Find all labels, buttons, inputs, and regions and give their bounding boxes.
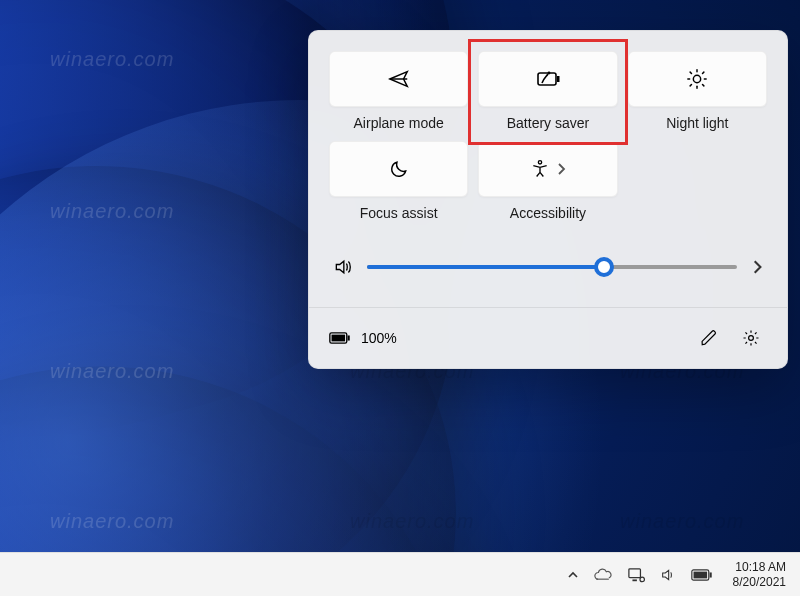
tile-accessibility: Accessibility: [478, 141, 617, 221]
accessibility-icon: [530, 159, 550, 179]
volume-row: [309, 229, 787, 307]
slider-thumb[interactable]: [594, 257, 614, 277]
pencil-icon: [700, 329, 718, 347]
svg-point-3: [694, 75, 701, 82]
battery-icon[interactable]: [329, 331, 351, 345]
night-light-button[interactable]: [628, 51, 767, 107]
tile-night-light: Night light: [628, 51, 767, 131]
taskbar-date: 8/20/2021: [733, 575, 786, 590]
svg-rect-18: [632, 579, 636, 581]
tile-label: Focus assist: [360, 205, 438, 221]
battery-saver-button[interactable]: [478, 51, 617, 107]
svg-rect-22: [709, 572, 711, 577]
svg-rect-1: [557, 76, 560, 82]
tile-label: Battery saver: [507, 115, 589, 131]
gear-icon: [742, 329, 760, 347]
svg-line-8: [690, 72, 691, 73]
edit-button[interactable]: [693, 322, 725, 354]
battery-percent-text: 100%: [361, 330, 397, 346]
taskbar-clock[interactable]: 10:18 AM 8/20/2021: [733, 560, 786, 590]
airplane-icon: [388, 68, 410, 90]
svg-point-19: [640, 577, 644, 581]
onedrive-icon[interactable]: [593, 568, 613, 582]
svg-line-11: [703, 72, 704, 73]
tile-label: Airplane mode: [354, 115, 444, 131]
svg-line-10: [690, 85, 691, 86]
svg-rect-17: [628, 568, 640, 577]
airplane-mode-button[interactable]: [329, 51, 468, 107]
chevron-right-icon[interactable]: [751, 259, 763, 275]
tile-focus-assist: Focus assist: [329, 141, 468, 221]
svg-point-16: [749, 336, 754, 341]
svg-line-9: [703, 85, 704, 86]
quick-settings-grid: Airplane mode Battery saver: [309, 31, 787, 229]
quick-settings-footer: 100%: [309, 307, 787, 368]
svg-point-2: [548, 72, 551, 75]
accessibility-button[interactable]: [478, 141, 617, 197]
focus-assist-button[interactable]: [329, 141, 468, 197]
tray-overflow-button[interactable]: [567, 569, 579, 581]
battery-saver-icon: [535, 70, 561, 88]
settings-button[interactable]: [735, 322, 767, 354]
tile-label: Night light: [666, 115, 728, 131]
system-tray: [567, 567, 713, 583]
night-light-icon: [686, 68, 708, 90]
quick-settings-panel: Airplane mode Battery saver: [308, 30, 788, 369]
moon-icon: [389, 159, 409, 179]
svg-rect-21: [693, 571, 707, 578]
speaker-icon[interactable]: [333, 257, 353, 277]
taskbar: 10:18 AM 8/20/2021: [0, 552, 800, 596]
tile-label: Accessibility: [510, 205, 586, 221]
tile-battery-saver: Battery saver: [478, 51, 617, 131]
taskbar-time: 10:18 AM: [733, 560, 786, 575]
svg-rect-15: [348, 335, 350, 340]
tray-battery-icon[interactable]: [691, 569, 713, 581]
tray-speaker-icon[interactable]: [659, 567, 677, 583]
tray-network-icon[interactable]: [627, 567, 645, 583]
volume-slider[interactable]: [367, 265, 737, 269]
tile-airplane-mode: Airplane mode: [329, 51, 468, 131]
svg-point-12: [538, 161, 541, 164]
chevron-right-icon: [556, 162, 566, 176]
svg-rect-14: [332, 335, 346, 342]
